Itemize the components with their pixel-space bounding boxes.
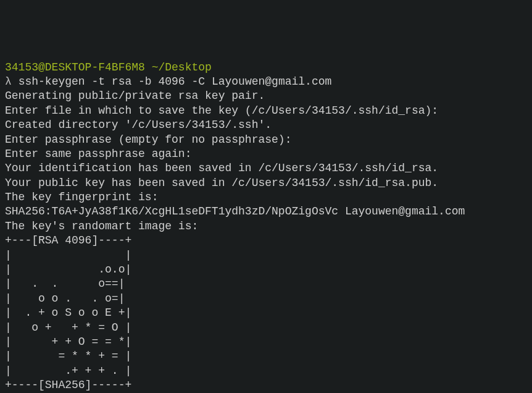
randomart-line: | . . o==| — [5, 277, 527, 291]
output-line: Created directory '/c/Users/34153/.ssh'. — [5, 118, 527, 132]
prompt-line-1: 34153@DESKTOP-F4BF6M8 ~/Desktop — [5, 61, 527, 75]
output-line: SHA256:T6A+JyA38f1K6/XcgHL1seDFT1ydh3zD/… — [5, 205, 527, 219]
output-line: The key fingerprint is: — [5, 190, 527, 205]
randomart-line: | = * * + = | — [5, 349, 527, 363]
randomart-line: | . + o S o o E +| — [5, 306, 527, 320]
user-host: 34153@DESKTOP-F4BF6M8 — [5, 61, 145, 74]
randomart-line: | o + + * = O | — [5, 321, 527, 335]
output-line: Your public key has been saved in /c/Use… — [5, 176, 527, 190]
randomart-line: | o o . . o=| — [5, 292, 527, 306]
output-line: Your identification has been saved in /c… — [5, 161, 527, 175]
output-line: Enter file in which to save the key (/c/… — [5, 104, 527, 118]
output-line: Enter passphrase (empty for no passphras… — [5, 133, 527, 147]
command-line-1: λ ssh-keygen -t rsa -b 4096 -C Layouwen@… — [5, 75, 527, 89]
output-line: Generating public/private rsa key pair. — [5, 89, 527, 103]
current-path: ~/Desktop — [152, 61, 212, 74]
terminal-window[interactable]: 34153@DESKTOP-F4BF6M8 ~/Desktopλ ssh-key… — [5, 61, 527, 393]
randomart-line: | + + O = = *| — [5, 335, 527, 349]
randomart-line: | .o.o| — [5, 263, 527, 277]
randomart-line: | | — [5, 248, 527, 263]
lambda-prompt: λ — [5, 75, 12, 88]
output-line: Enter same passphrase again: — [5, 147, 527, 161]
randomart-line: +---[RSA 4096]----+ — [5, 234, 527, 248]
randomart-line: | .+ + + . | — [5, 364, 527, 378]
randomart-line: +----[SHA256]-----+ — [5, 378, 527, 392]
output-line: The key's randomart image is: — [5, 219, 527, 234]
command-text: ssh-keygen -t rsa -b 4096 -C Layouwen@gm… — [19, 75, 332, 88]
